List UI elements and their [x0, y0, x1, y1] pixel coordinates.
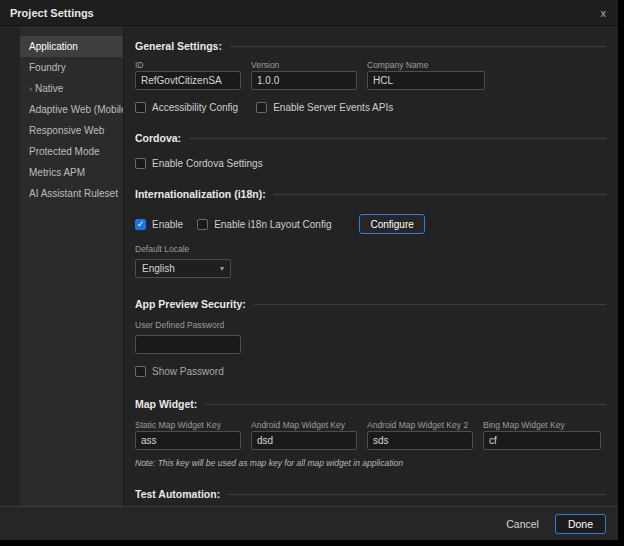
show-password-row: Show Password [135, 364, 606, 378]
done-button[interactable]: Done [555, 514, 606, 534]
divider [274, 194, 606, 195]
checkbox-icon [135, 158, 146, 169]
password-group: User Defined Password [135, 320, 606, 354]
android-map-key-label: Android Map Widget Key [251, 420, 357, 431]
checkbox-icon [135, 366, 146, 377]
static-map-key-input[interactable] [135, 431, 241, 450]
i18n-enable-checkbox[interactable]: Enable [135, 217, 183, 231]
section-title-app-preview: App Preview Security: [135, 298, 246, 310]
id-input[interactable] [135, 71, 241, 90]
chevron-down-icon: ▾ [220, 264, 224, 273]
divider [205, 404, 606, 405]
section-title-map-widget: Map Widget: [135, 398, 197, 410]
section-title-i18n: Internationalization (i18n): [135, 188, 266, 200]
dialog-body: Application Foundry ›Native Adaptive Web… [0, 26, 618, 506]
company-name-label: Company Name [367, 60, 485, 71]
checkbox-icon [135, 102, 146, 113]
checkbox-label: Accessibility Config [152, 102, 238, 113]
dialog-footer: Cancel Done [0, 506, 618, 540]
i18n-layout-config-checkbox[interactable]: Enable i18n Layout Config [197, 217, 331, 231]
version-input[interactable] [251, 71, 357, 90]
default-locale-label: Default Locale [135, 244, 606, 255]
accessibility-config-checkbox[interactable]: Accessibility Config [135, 100, 238, 114]
selected-locale-value: English [142, 263, 175, 274]
version-label: Version [251, 60, 357, 71]
sidebar-item-foundry[interactable]: Foundry [20, 57, 123, 78]
android-map-key-2-label: Android Map Widget Key 2 [367, 420, 473, 431]
section-header-general: General Settings: [135, 38, 606, 54]
project-settings-dialog: Project Settings x Application Foundry ›… [0, 0, 618, 540]
enable-cordova-settings-checkbox[interactable]: Enable Cordova Settings [135, 156, 263, 170]
section-header-app-preview: App Preview Security: [135, 296, 606, 312]
section-header-cordova: Cordova: [135, 130, 606, 146]
section-header-map-widget: Map Widget: [135, 396, 606, 412]
android-map-key-group: Android Map Widget Key [251, 420, 357, 450]
dialog-title: Project Settings [10, 7, 94, 19]
checkbox-label: Enable [152, 219, 183, 230]
user-defined-password-label: User Defined Password [135, 320, 606, 331]
divider [189, 138, 606, 139]
company-name-input[interactable] [367, 71, 485, 90]
section-title-test-automation: Test Automation: [135, 488, 220, 500]
section-header-test-automation: Test Automation: [135, 486, 606, 502]
id-field-group: ID [135, 60, 241, 90]
divider [254, 304, 606, 305]
checkbox-icon [256, 102, 267, 113]
show-password-checkbox[interactable]: Show Password [135, 364, 224, 378]
divider [228, 494, 606, 495]
version-field-group: Version [251, 60, 357, 90]
bing-map-key-label: Bing Map Widget Key [483, 420, 601, 431]
checkbox-label: Show Password [152, 366, 224, 377]
sidebar-item-native[interactable]: ›Native [20, 78, 123, 99]
close-icon[interactable]: x [599, 7, 609, 19]
sidebar: Application Foundry ›Native Adaptive Web… [20, 26, 124, 506]
default-locale-group: Default Locale English ▾ [135, 244, 606, 278]
configure-button[interactable]: Configure [359, 214, 424, 234]
static-map-key-label: Static Map Widget Key [135, 420, 241, 431]
static-map-key-group: Static Map Widget Key [135, 420, 241, 450]
bing-map-key-input[interactable] [483, 431, 601, 450]
bing-map-key-group: Bing Map Widget Key [483, 420, 601, 450]
chevron-right-icon: › [29, 84, 32, 94]
section-header-i18n: Internationalization (i18n): [135, 186, 606, 202]
section-title-general: General Settings: [135, 40, 222, 52]
company-name-field-group: Company Name [367, 60, 485, 90]
checkbox-label: Enable Cordova Settings [152, 158, 263, 169]
i18n-controls-row: Enable Enable i18n Layout Config Configu… [135, 214, 606, 234]
map-key-note: Note: This key will be used as map key f… [135, 458, 606, 470]
android-map-key-2-group: Android Map Widget Key 2 [367, 420, 473, 450]
section-title-cordova: Cordova: [135, 132, 181, 144]
general-fields-row: ID Version Company Name [135, 60, 606, 90]
sidebar-item-application[interactable]: Application [20, 36, 123, 57]
id-label: ID [135, 60, 241, 71]
sidebar-item-protected-mode[interactable]: Protected Mode [20, 141, 123, 162]
sidebar-item-metrics-apm[interactable]: Metrics APM [20, 162, 123, 183]
divider [230, 46, 606, 47]
map-fields-row: Static Map Widget Key Android Map Widget… [135, 420, 606, 450]
cordova-checkbox-row: Enable Cordova Settings [135, 156, 606, 170]
default-locale-select[interactable]: English ▾ [135, 259, 231, 278]
android-map-key-2-input[interactable] [367, 431, 473, 450]
sidebar-item-responsive-web[interactable]: Responsive Web [20, 120, 123, 141]
user-defined-password-input[interactable] [135, 335, 241, 354]
cancel-button[interactable]: Cancel [500, 514, 545, 534]
checkbox-checked-icon [135, 219, 146, 230]
titlebar: Project Settings x [0, 0, 618, 26]
android-map-key-input[interactable] [251, 431, 357, 450]
general-checkbox-row: Accessibility Config Enable Server Event… [135, 100, 606, 114]
sidebar-item-adaptive-web[interactable]: Adaptive Web (Mobile SPA) [20, 99, 123, 120]
checkbox-icon [197, 219, 208, 230]
sidebar-item-ai-assistant-ruleset[interactable]: AI Assistant Ruleset [20, 183, 123, 204]
checkbox-label: Enable i18n Layout Config [214, 219, 331, 230]
sidebar-item-label: Native [35, 83, 63, 94]
settings-content: General Settings: ID Version Company Nam… [124, 26, 618, 506]
checkbox-label: Enable Server Events APIs [273, 102, 393, 113]
enable-server-events-apis-checkbox[interactable]: Enable Server Events APIs [256, 100, 393, 114]
